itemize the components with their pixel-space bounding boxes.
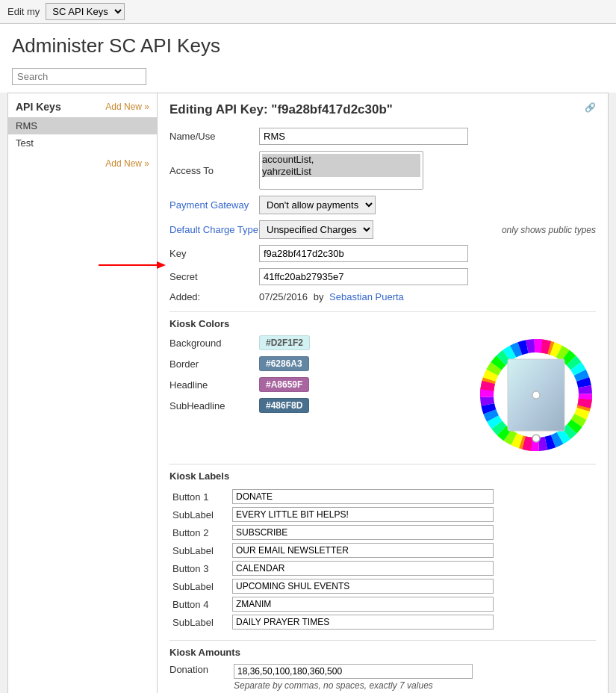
- access-to-input-container: accountList, yahrzeitList: [259, 151, 513, 190]
- name-input[interactable]: [259, 128, 468, 145]
- top-bar: Edit my SC API Keys: [0, 0, 616, 24]
- headline-swatch[interactable]: #A8659F: [259, 377, 309, 392]
- charge-type-row: Default Charge Type Unspecified Charges …: [169, 220, 596, 239]
- content-area: Editing API Key: "f9a28bf417d2c30b" 🔗 Na…: [158, 93, 608, 693]
- secret-row: Secret: [169, 268, 596, 285]
- svg-point-16: [532, 391, 540, 399]
- label-row: Button 3: [169, 559, 596, 577]
- added-text: 07/25/2016 by Sebastian Puerta: [259, 291, 404, 302]
- key-input-container: [259, 245, 513, 262]
- headline-label: Headline: [169, 379, 259, 391]
- page-title: Administer SC API Keys: [12, 34, 604, 58]
- sidebar-item-test[interactable]: Test: [8, 134, 157, 152]
- label-input-cell: [229, 577, 596, 595]
- kiosk-labels-table: Button 1 SubLabel Button 2 SubLabel Butt…: [169, 488, 596, 631]
- kiosk-colors-title: Kiosk Colors: [169, 318, 596, 329]
- kiosk-labels-divider: [169, 464, 596, 464]
- key-label: Key: [169, 248, 259, 259]
- label-cell: Button 2: [169, 523, 229, 541]
- secret-label: Secret: [169, 271, 259, 282]
- external-link-icon[interactable]: 🔗: [585, 102, 596, 113]
- sidebar: API Keys Add New » RMS Test Add New »: [8, 93, 158, 693]
- label-cell: Button 3: [169, 559, 229, 577]
- payment-gateway-input-container: Don't allow payments: [259, 196, 513, 214]
- subheadline-row: SubHeadline #486F8D: [169, 398, 464, 413]
- access-to-row: Access To accountList, yahrzeitList: [169, 151, 596, 190]
- label-row: Button 1: [169, 488, 596, 506]
- name-label: Name/Use: [169, 131, 259, 142]
- headline-row: Headline #A8659F: [169, 377, 464, 392]
- search-input[interactable]: [12, 68, 146, 85]
- label-input-cell: [229, 559, 596, 577]
- label-input[interactable]: [232, 489, 494, 504]
- added-row: Added: 07/25/2016 by Sebastian Puerta: [169, 291, 596, 302]
- charge-type-select[interactable]: Unspecified Charges: [259, 220, 373, 239]
- kiosk-amounts-divider: [169, 640, 596, 641]
- red-arrow-icon: [99, 258, 166, 273]
- amounts-note: Separate by commas, no spaces, exactly 7…: [234, 680, 596, 691]
- svg-marker-1: [157, 261, 166, 269]
- charge-type-input-container: Unspecified Charges: [259, 220, 497, 239]
- editing-title: Editing API Key: "f9a28bf417d2c30b": [169, 102, 393, 117]
- form-section: Name/Use Access To accountList, yahrzeit…: [169, 128, 596, 302]
- border-swatch[interactable]: #6286A3: [259, 356, 309, 371]
- payment-gateway-label: Payment Gateway: [169, 199, 259, 211]
- kiosk-colors-divider: [169, 311, 596, 312]
- label-input[interactable]: [232, 525, 494, 540]
- sidebar-header: API Keys Add New »: [8, 101, 157, 117]
- added-label: Added:: [169, 291, 259, 302]
- kiosk-colors-layout: Background #D2F1F2 Border #6286A3 Headli…: [169, 335, 596, 455]
- key-input[interactable]: [259, 245, 468, 262]
- label-cell: Button 1: [169, 488, 229, 506]
- access-to-select[interactable]: accountList, yahrzeitList: [259, 151, 423, 190]
- payment-gateway-row: Payment Gateway Don't allow payments: [169, 196, 596, 214]
- border-label: Border: [169, 358, 259, 370]
- sidebar-add-new-top[interactable]: Add New »: [105, 102, 149, 112]
- label-input[interactable]: [232, 615, 494, 630]
- color-wheel[interactable]: [476, 335, 596, 455]
- only-shows-note: only shows public types: [502, 225, 596, 235]
- label-input[interactable]: [232, 543, 494, 558]
- content-header: Editing API Key: "f9a28bf417d2c30b" 🔗: [169, 102, 596, 117]
- label-input[interactable]: [232, 597, 494, 612]
- sidebar-title: API Keys: [16, 101, 61, 113]
- added-date: 07/25/2016: [259, 291, 308, 302]
- label-input-cell: [229, 613, 596, 631]
- name-row: Name/Use: [169, 128, 596, 145]
- label-input-cell: [229, 488, 596, 506]
- label-cell: SubLabel: [169, 613, 229, 631]
- sidebar-item-rms[interactable]: RMS: [8, 117, 157, 134]
- added-user-link[interactable]: Sebastian Puerta: [329, 291, 404, 302]
- edit-my-dropdown[interactable]: SC API Keys: [46, 3, 125, 20]
- label-cell: SubLabel: [169, 506, 229, 523]
- sidebar-add-new-bottom[interactable]: Add New »: [105, 158, 149, 169]
- label-input[interactable]: [232, 579, 494, 594]
- background-label: Background: [169, 338, 259, 349]
- label-cell: SubLabel: [169, 577, 229, 595]
- border-row: Border #6286A3: [169, 356, 464, 371]
- amounts-field: Separate by commas, no spaces, exactly 7…: [234, 664, 596, 691]
- label-input-cell: [229, 541, 596, 559]
- search-bar: [0, 63, 616, 93]
- subheadline-swatch[interactable]: #486F8D: [259, 398, 309, 413]
- donation-amounts-input[interactable]: [234, 664, 473, 679]
- payment-gateway-select[interactable]: Don't allow payments: [259, 196, 376, 214]
- label-input[interactable]: [232, 507, 494, 522]
- background-swatch[interactable]: #D2F1F2: [259, 335, 310, 350]
- label-row: Button 2: [169, 523, 596, 541]
- key-row: Key: [169, 245, 596, 262]
- secret-input[interactable]: [259, 268, 468, 285]
- subheadline-label: SubHeadline: [169, 400, 259, 411]
- access-to-label: Access To: [169, 165, 259, 176]
- main-layout: API Keys Add New » RMS Test Add New » Ed…: [7, 93, 609, 693]
- kiosk-amounts-title: Kiosk Amounts: [169, 647, 596, 658]
- svg-point-17: [532, 435, 540, 442]
- label-row: SubLabel: [169, 613, 596, 631]
- label-input[interactable]: [232, 561, 494, 576]
- amounts-row: Donation Separate by commas, no spaces, …: [169, 664, 596, 691]
- label-row: SubLabel: [169, 506, 596, 523]
- kiosk-colors-fields: Background #D2F1F2 Border #6286A3 Headli…: [169, 335, 464, 419]
- label-row: SubLabel: [169, 577, 596, 595]
- label-input-cell: [229, 595, 596, 613]
- charge-type-label: Default Charge Type: [169, 224, 259, 235]
